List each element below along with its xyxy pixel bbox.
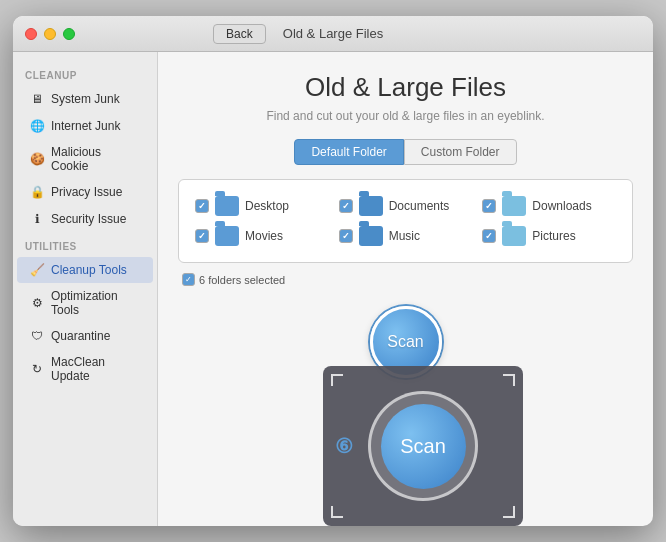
sidebar-item-optimization-tools[interactable]: ⚙ Optimization Tools xyxy=(17,284,153,322)
optimization-tools-icon: ⚙ xyxy=(29,295,45,311)
folder-item-desktop[interactable]: Desktop xyxy=(195,196,329,216)
maximize-button[interactable] xyxy=(63,28,75,40)
sidebar-item-system-junk[interactable]: 🖥 System Junk xyxy=(17,86,153,112)
folder-item-downloads[interactable]: Downloads xyxy=(482,196,616,216)
page-title: Old & Large Files xyxy=(305,72,506,103)
folder-checkbox-downloads[interactable] xyxy=(482,199,496,213)
folders-selected-text: 6 folders selected xyxy=(199,274,285,286)
folder-name-desktop: Desktop xyxy=(245,199,289,213)
folder-grid: Desktop Documents Downloads xyxy=(195,196,616,246)
macclean-update-label: MacClean Update xyxy=(51,355,141,383)
minimize-button[interactable] xyxy=(44,28,56,40)
sidebar-item-privacy-issue[interactable]: 🔒 Privacy Issue xyxy=(17,179,153,205)
folder-checkbox-pictures[interactable] xyxy=(482,229,496,243)
folder-item-music[interactable]: Music xyxy=(339,226,473,246)
folder-selection-box: Desktop Documents Downloads xyxy=(178,179,633,263)
folder-name-downloads: Downloads xyxy=(532,199,591,213)
tab-default-folder[interactable]: Default Folder xyxy=(294,139,403,165)
title-bar: Back Old & Large Files xyxy=(13,16,653,52)
window-title: Old & Large Files xyxy=(283,26,383,41)
utilities-section-label: Utilities xyxy=(13,233,157,256)
sidebar-item-quarantine[interactable]: 🛡 Quarantine xyxy=(17,323,153,349)
internet-junk-icon: 🌐 xyxy=(29,118,45,134)
sidebar-item-internet-junk[interactable]: 🌐 Internet Junk xyxy=(17,113,153,139)
internet-junk-label: Internet Junk xyxy=(51,119,120,133)
folder-checkbox-documents[interactable] xyxy=(339,199,353,213)
colon-indicator: ⑥ xyxy=(335,434,353,458)
page-subtitle: Find and cut out your old & large files … xyxy=(266,109,544,123)
corner-tl xyxy=(331,374,343,386)
folder-name-documents: Documents xyxy=(389,199,450,213)
back-button[interactable]: Back xyxy=(213,24,266,44)
folder-name-movies: Movies xyxy=(245,229,283,243)
scan-popup-button[interactable]: Scan xyxy=(381,404,466,489)
malicious-cookie-icon: 🍪 xyxy=(29,151,45,167)
security-issue-label: Security Issue xyxy=(51,212,126,226)
security-issue-icon: ℹ xyxy=(29,211,45,227)
cleanup-section-label: Cleanup xyxy=(13,62,157,85)
sidebar-item-cleanup-tools[interactable]: 🧹 Cleanup Tools xyxy=(17,257,153,283)
folder-checkbox-movies[interactable] xyxy=(195,229,209,243)
cleanup-tools-icon: 🧹 xyxy=(29,262,45,278)
folder-icon-music xyxy=(359,226,383,246)
malicious-cookie-label: Malicious Cookie xyxy=(51,145,141,173)
folder-icon-pictures xyxy=(502,226,526,246)
corner-bl xyxy=(331,506,343,518)
folder-item-documents[interactable]: Documents xyxy=(339,196,473,216)
macclean-update-icon: ↻ xyxy=(29,361,45,377)
system-junk-label: System Junk xyxy=(51,92,120,106)
folder-icon-downloads xyxy=(502,196,526,216)
scan-popup-ring: Scan xyxy=(368,391,478,501)
folder-tabs: Default Folder Custom Folder xyxy=(294,139,516,165)
privacy-issue-label: Privacy Issue xyxy=(51,185,122,199)
folder-checkbox-desktop[interactable] xyxy=(195,199,209,213)
selected-checkmark xyxy=(182,273,195,286)
folder-icon-desktop xyxy=(215,196,239,216)
folder-item-movies[interactable]: Movies xyxy=(195,226,329,246)
system-junk-icon: 🖥 xyxy=(29,91,45,107)
sidebar: Cleanup 🖥 System Junk 🌐 Internet Junk 🍪 … xyxy=(13,52,158,526)
folder-name-music: Music xyxy=(389,229,420,243)
app-window: Back Old & Large Files Cleanup 🖥 System … xyxy=(13,16,653,526)
folders-selected: 6 folders selected xyxy=(178,273,285,286)
sidebar-item-macclean-update[interactable]: ↻ MacClean Update xyxy=(17,350,153,388)
folder-icon-documents xyxy=(359,196,383,216)
folder-item-pictures[interactable]: Pictures xyxy=(482,226,616,246)
corner-br xyxy=(503,506,515,518)
scan-popup-overlay: Scan ⑥ xyxy=(323,366,523,526)
tab-custom-folder[interactable]: Custom Folder xyxy=(404,139,517,165)
quarantine-label: Quarantine xyxy=(51,329,110,343)
corner-tr xyxy=(503,374,515,386)
traffic-lights xyxy=(25,28,75,40)
sidebar-item-malicious-cookie[interactable]: 🍪 Malicious Cookie xyxy=(17,140,153,178)
folder-name-pictures: Pictures xyxy=(532,229,575,243)
close-button[interactable] xyxy=(25,28,37,40)
sidebar-item-security-issue[interactable]: ℹ Security Issue xyxy=(17,206,153,232)
quarantine-icon: 🛡 xyxy=(29,328,45,344)
privacy-issue-icon: 🔒 xyxy=(29,184,45,200)
folder-checkbox-music[interactable] xyxy=(339,229,353,243)
optimization-tools-label: Optimization Tools xyxy=(51,289,141,317)
folder-icon-movies xyxy=(215,226,239,246)
cleanup-tools-label: Cleanup Tools xyxy=(51,263,127,277)
